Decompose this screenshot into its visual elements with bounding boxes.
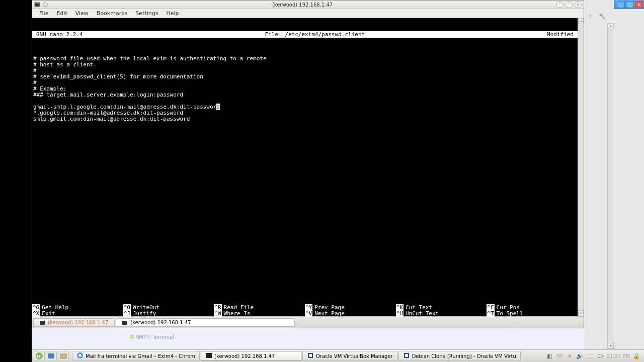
svg-rect-3 (40, 321, 45, 325)
taskbar-item[interactable]: Oracle VM VirtualBox Manager (302, 351, 397, 361)
session-tabbar: (kerwood) 192.168.1.47 (kerwood) 192.168… (32, 316, 584, 328)
session-tab[interactable]: (kerwood) 192.168.1.47 (33, 318, 115, 327)
nano-command: ^KCut Text (396, 304, 487, 310)
svg-point-10 (78, 354, 82, 357)
maximize-button[interactable]: ˄ (566, 1, 573, 8)
menu-edit[interactable]: Edit (52, 9, 71, 18)
sticky-icon[interactable] (42, 2, 48, 8)
minimize-button[interactable]: ˅ (556, 1, 564, 8)
svg-rect-8 (60, 354, 66, 358)
svg-rect-15 (405, 354, 408, 357)
host-minimize-button[interactable]: _ (617, 1, 625, 8)
star-icon[interactable]: ☆ (586, 12, 594, 20)
menu-view[interactable]: View (71, 9, 93, 18)
scroll-up-icon[interactable]: ▴ (578, 18, 584, 24)
tray-icon[interactable]: ◧ (546, 352, 553, 359)
terminal-icon (122, 320, 127, 325)
nano-version: GNU nano 2.2.4 (32, 31, 83, 38)
nano-command: ^XExit (32, 310, 123, 316)
menu-settings[interactable]: Settings (131, 9, 162, 18)
nano-header: GNU nano 2.2.4 File: /etc/exim4/passwd.c… (32, 31, 578, 38)
svg-rect-11 (206, 353, 212, 358)
scroll-up-arrow[interactable]: ▴ (608, 23, 614, 29)
nano-command: ^JJustify (123, 310, 214, 316)
taskbar: m Mail fra terminal via Gmail – Exim4 - … (32, 349, 644, 362)
app-icon (205, 352, 212, 360)
taskbar-item-label: (kerwood) 192.168.1.47 (214, 353, 275, 359)
session-tab[interactable]: (kerwood) 192.168.1.47 (116, 318, 295, 327)
menu-bookmarks[interactable]: Bookmarks (93, 9, 131, 18)
bullet-icon (130, 335, 134, 339)
tab-label: (kerwood) 192.168.1.47 (130, 320, 191, 325)
network-icon[interactable]: ⬚ (586, 352, 593, 359)
host-maximize-button[interactable]: □ (626, 1, 634, 8)
clock[interactable]: 01:37 PM (606, 353, 630, 359)
app-icon (76, 352, 84, 360)
taskbar-item-label: Debian Clone [Running] - Oracle VM Virtu (412, 353, 516, 359)
app-icon (403, 352, 410, 360)
svg-point-2 (43, 3, 47, 7)
menubar: File Edit View Bookmarks Settings Help (32, 9, 584, 18)
wrench-icon[interactable]: 🔧 (598, 12, 606, 20)
terminal-scrollbar[interactable]: ▴ ▾ (578, 18, 584, 316)
cross-icon[interactable]: ✕ (566, 352, 573, 359)
nano-body[interactable]: # password file used when the local exim… (32, 56, 578, 122)
taskbar-items: Mail fra terminal via Gmail – Exim4 - Ch… (72, 351, 521, 361)
menu-file[interactable]: File (35, 9, 52, 18)
svg-rect-4 (122, 321, 127, 325)
system-tray: ◧ 🛡 ✕ 🔊 ⬚ 🖵 01:37 PM 🔒 (546, 352, 644, 359)
host-window-controls: _ □ × (614, 0, 644, 9)
browser-scrollbar[interactable]: ▴ ▾ (607, 23, 613, 349)
window-title: (kerwood) 192.168.1.47 (48, 2, 556, 8)
show-desktop-button[interactable] (46, 351, 57, 361)
nano-command: ^TTo Spell (487, 310, 578, 316)
desktop-background (584, 0, 644, 352)
taskbar-item[interactable]: Mail fra terminal via Gmail – Exim4 - Ch… (72, 351, 200, 361)
terminal-window: (kerwood) 192.168.1.47 ˅ ˄ × File Edit V… (32, 0, 584, 329)
scroll-down-icon[interactable]: ▾ (578, 310, 584, 316)
terminal-icon (34, 2, 40, 8)
menu-help[interactable]: Help (162, 9, 183, 18)
nano-modified: Modified (547, 31, 578, 38)
taskbar-launchers: m (32, 351, 69, 361)
mint-menu-button[interactable]: m (34, 351, 45, 361)
nano-command: ^RRead File (214, 304, 305, 310)
taskbar-item[interactable]: (kerwood) 192.168.1.47 (201, 351, 301, 361)
window-titlebar[interactable]: (kerwood) 192.168.1.47 ˅ ˄ × (32, 1, 584, 9)
lock-icon[interactable]: 🔒 (633, 352, 640, 359)
svg-rect-7 (48, 353, 54, 358)
background-page (32, 328, 584, 349)
browser-toolbar-remnant: ☆ 🔧 (586, 12, 606, 20)
nano-command: ^WWhere Is (214, 310, 305, 316)
terminal[interactable]: GNU nano 2.2.4 File: /etc/exim4/passwd.c… (32, 18, 584, 316)
host-close-button[interactable]: × (635, 1, 643, 8)
app-icon (307, 352, 314, 360)
background-link[interactable]: SMTP: Terminal (130, 334, 174, 340)
scroll-track[interactable] (578, 24, 584, 310)
svg-rect-13 (309, 354, 312, 357)
nano-command: ^GGet Help (32, 304, 123, 310)
nano-command: ^CCur Pos (487, 304, 578, 310)
volume-icon[interactable]: 🔊 (576, 352, 583, 359)
nano-command: ^VNext Page (305, 310, 396, 316)
shield-icon[interactable]: 🛡 (556, 352, 563, 359)
nano-command: ^YPrev Page (305, 304, 396, 310)
scroll-down-arrow[interactable]: ▾ (608, 343, 614, 349)
monitor-icon[interactable]: 🖵 (596, 352, 603, 359)
svg-rect-1 (35, 3, 39, 4)
nano-command: ^OWriteOut (123, 304, 214, 310)
terminal-icon (40, 320, 45, 325)
taskbar-item-label: Oracle VM VirtualBox Manager (316, 353, 393, 359)
terminal-content[interactable]: GNU nano 2.2.4 File: /etc/exim4/passwd.c… (32, 18, 578, 316)
taskbar-item[interactable]: Debian Clone [Running] - Oracle VM Virtu (398, 351, 521, 361)
file-manager-button[interactable] (58, 351, 69, 361)
taskbar-item-label: Mail fra terminal via Gmail – Exim4 - Ch… (86, 353, 195, 359)
nano-command: ^UUnCut Text (396, 310, 487, 316)
nano-filename: File: /etc/exim4/passwd.client (83, 31, 547, 38)
nano-footer: ^GGet Help^OWriteOut^RRead File^YPrev Pa… (32, 304, 578, 316)
svg-text:m: m (37, 353, 42, 359)
close-button[interactable]: × (575, 1, 582, 8)
tab-label: (kerwood) 192.168.1.47 (48, 320, 108, 325)
